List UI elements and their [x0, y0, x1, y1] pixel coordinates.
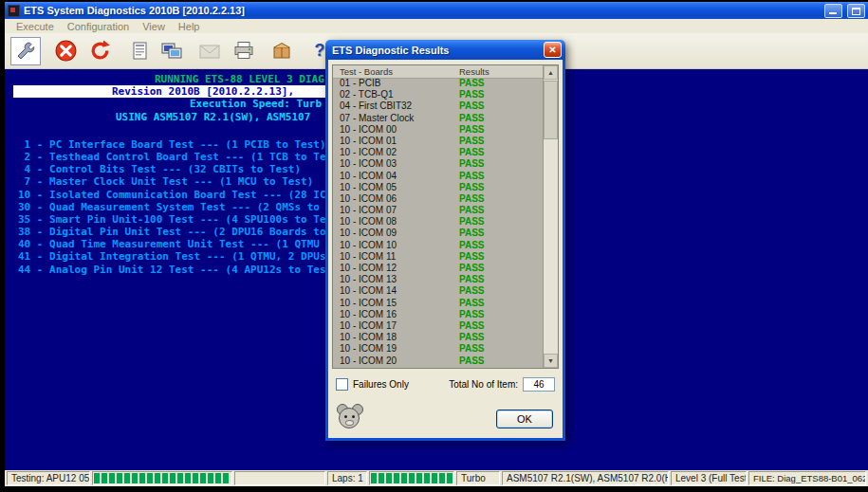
menu-item-execute[interactable]: Execute: [9, 21, 61, 32]
results-list: Test - Boards Results 01 - PCIBPASS02 - …: [332, 64, 559, 369]
table-row[interactable]: 10 - ICOM 20PASS: [333, 355, 543, 367]
board-cell: 10 - ICOM 03: [333, 158, 459, 170]
status-asm-version: ASM5107 R2.1(SW), ASM5107 R2.0(HW): [502, 471, 669, 485]
board-cell: 10 - ICOM 07: [333, 205, 459, 216]
scrollbar[interactable]: ▲ ▼: [543, 65, 558, 368]
app-icon[interactable]: [8, 5, 20, 17]
table-row[interactable]: 10 - ICOM 02PASS: [333, 147, 543, 158]
board-cell: 10 - ICOM 15: [333, 298, 459, 309]
board-cell: 10 - ICOM 13: [333, 274, 459, 285]
scroll-thumb[interactable]: [544, 81, 558, 139]
column-header-boards[interactable]: Test - Boards: [333, 65, 459, 78]
dialog-titlebar[interactable]: ETS Diagnostic Results ✕: [325, 40, 565, 60]
table-row[interactable]: 10 - ICOM 12PASS: [333, 263, 543, 274]
print-button[interactable]: [229, 37, 259, 65]
board-cell: 10 - ICOM 05: [333, 182, 459, 193]
table-row[interactable]: 10 - ICOM 09PASS: [333, 228, 543, 239]
table-row[interactable]: 10 - ICOM 15PASS: [333, 298, 543, 309]
board-cell: 10 - ICOM 19: [333, 343, 459, 355]
table-row[interactable]: 10 - ICOM 16PASS: [333, 309, 543, 320]
maximize-icon: [852, 8, 860, 15]
table-row[interactable]: 10 - ICOM 10PASS: [333, 240, 543, 251]
results-dialog: ETS Diagnostic Results ✕ Test - Boards R…: [325, 40, 565, 441]
result-cell: PASS: [459, 78, 543, 89]
menubar: ExecuteConfigurationViewHelp: [5, 19, 868, 33]
board-cell: 10 - ICOM 12: [333, 263, 459, 274]
status-level: Level 3 (Full Test): [671, 471, 747, 485]
result-cell: PASS: [459, 124, 543, 136]
result-cell: PASS: [459, 228, 543, 239]
table-row[interactable]: 10 - ICOM 08PASS: [333, 216, 543, 228]
board-cell: 10 - ICOM 02: [333, 147, 459, 158]
board-cell: 04 - First CBIT32: [333, 100, 459, 112]
board-cell: 02 - TCB-Q1: [333, 89, 459, 100]
table-row[interactable]: 10 - ICOM 14PASS: [333, 285, 543, 297]
table-row[interactable]: 10 - ICOM 17PASS: [333, 320, 543, 332]
result-cell: PASS: [459, 320, 543, 332]
board-cell: 10 - ICOM 18: [333, 332, 459, 343]
dialog-body: Test - Boards Results 01 - PCIBPASS02 - …: [325, 60, 565, 441]
wrench-icon: [15, 41, 36, 62]
total-count-field: 46: [523, 377, 555, 392]
package-icon: [270, 41, 293, 62]
board-cell: 10 - ICOM 17: [333, 320, 459, 332]
stop-button[interactable]: [50, 37, 81, 65]
board-cell: 10 - ICOM 04: [333, 171, 459, 182]
failures-only-label: Failures Only: [353, 379, 409, 390]
menu-item-view[interactable]: View: [136, 21, 172, 32]
result-cell: PASS: [459, 332, 543, 343]
result-cell: PASS: [459, 251, 543, 263]
package-button[interactable]: [267, 37, 297, 65]
setup-button[interactable]: [10, 37, 41, 65]
table-row[interactable]: 02 - TCB-Q1PASS: [333, 89, 543, 100]
board-cell: 07 - Master Clock: [333, 113, 459, 124]
total-label: Total No of Item:: [449, 379, 518, 390]
console-revision-text: Revision 2010B [2010.2.2.13],: [13, 85, 336, 98]
result-cell: PASS: [459, 193, 543, 205]
table-row[interactable]: 10 - ICOM 07PASS: [333, 205, 543, 216]
table-row[interactable]: 07 - Master ClockPASS: [333, 113, 543, 124]
result-cell: PASS: [459, 113, 543, 124]
board-cell: 01 - PCIB: [333, 78, 459, 89]
table-row[interactable]: 10 - ICOM 11PASS: [333, 251, 543, 263]
table-row[interactable]: 10 - ICOM 19PASS: [333, 343, 543, 355]
table-row[interactable]: 04 - First CBIT32PASS: [333, 100, 543, 112]
titlebar[interactable]: ETS System Diagnostics 2010B [2010.2.2.1…: [5, 2, 868, 19]
status-progress-laps: [369, 471, 454, 485]
dialog-title: ETS Diagnostic Results: [332, 45, 544, 56]
result-cell: PASS: [459, 274, 543, 285]
report-button[interactable]: [126, 37, 157, 65]
minimize-button[interactable]: [824, 4, 842, 18]
result-cell: PASS: [459, 240, 543, 251]
monitors-button[interactable]: [157, 37, 187, 65]
table-row[interactable]: 01 - PCIBPASS: [333, 78, 543, 89]
table-row[interactable]: 10 - ICOM 18PASS: [333, 332, 543, 343]
dialog-bottom: OK: [332, 404, 559, 430]
table-row[interactable]: 10 - ICOM 05PASS: [333, 182, 543, 193]
table-row[interactable]: 10 - ICOM 01PASS: [333, 136, 543, 147]
table-row[interactable]: 10 - ICOM 06PASS: [333, 193, 543, 205]
status-file: FILE: Diag_ETS88-B01_06232017.lo: [748, 471, 866, 485]
mail-button[interactable]: [194, 37, 225, 65]
table-row[interactable]: 10 - ICOM 04PASS: [333, 171, 543, 182]
status-laps: Laps: 1: [327, 471, 367, 485]
ok-button[interactable]: OK: [496, 410, 553, 428]
scroll-up-icon[interactable]: ▲: [544, 65, 558, 80]
result-cell: PASS: [459, 171, 543, 182]
menu-item-configuration[interactable]: Configuration: [61, 21, 136, 32]
menu-item-help[interactable]: Help: [172, 21, 207, 32]
result-cell: PASS: [459, 205, 543, 216]
scroll-down-icon[interactable]: ▼: [544, 354, 558, 368]
failures-only-checkbox[interactable]: [336, 378, 348, 391]
close-icon[interactable]: ✕: [544, 42, 562, 58]
table-row[interactable]: 10 - ICOM 21PASS: [333, 367, 543, 368]
screen: ETS System Diagnostics 2010B [2010.2.2.1…: [0, 0, 868, 492]
help-icon: ?: [315, 41, 325, 61]
table-row[interactable]: 10 - ICOM 00PASS: [333, 124, 543, 136]
loop-run-button[interactable]: [84, 37, 115, 65]
table-row[interactable]: 10 - ICOM 03PASS: [333, 158, 543, 170]
table-row[interactable]: 10 - ICOM 13PASS: [333, 274, 543, 285]
maximize-button[interactable]: [847, 4, 865, 18]
result-cell: PASS: [459, 100, 543, 112]
minimize-icon: [829, 12, 837, 14]
